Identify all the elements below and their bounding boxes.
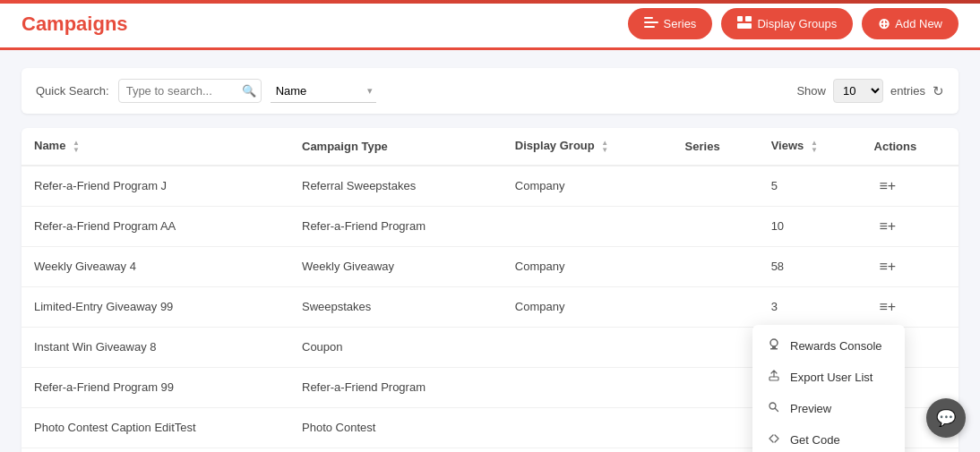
dropdown-item-label: Preview [790, 402, 831, 415]
series-button[interactable]: Series [628, 8, 713, 39]
cell-display-group [503, 206, 673, 246]
cell-name: Refer-a-Friend Program 99 [21, 367, 289, 407]
cell-actions: ≡+ [862, 246, 959, 286]
series-label: Series [664, 17, 697, 30]
cell-name: Refer-a-Friend Program AA [21, 206, 289, 246]
search-icon: 🔍 [242, 84, 256, 98]
dropdown-item-search[interactable]: Preview [752, 393, 905, 424]
actions-menu-button[interactable]: ≡+ [874, 257, 902, 277]
svg-rect-9 [769, 377, 778, 380]
cell-series [673, 246, 759, 286]
th-name[interactable]: Name ▲▼ [21, 128, 289, 166]
cell-series [673, 327, 759, 367]
entries-select[interactable]: 10 25 50 100 [833, 79, 883, 103]
cell-display-group: Company [503, 246, 673, 286]
table-row: Refer-a-Friend Program J Referral Sweeps… [21, 166, 959, 207]
cell-series [673, 367, 759, 407]
cell-name: Refer-a-Friend Program J [21, 166, 289, 207]
dropdown-item-label: Rewards Console [790, 339, 882, 353]
cell-name: Instant Win Giveaway 8 [21, 327, 289, 367]
sort-arrows-name: ▲▼ [73, 140, 80, 154]
cell-campaign-type: Refer-a-Friend Program [289, 367, 503, 407]
top-bar: Campaigns Series Display Groups ⊕ Add Ne… [0, 0, 980, 50]
th-series-label: Series [685, 140, 720, 153]
series-icon [644, 16, 658, 31]
cell-views: 3 [759, 286, 862, 327]
campaigns-table-wrapper: Name ▲▼ Campaign Type Display Group ▲▼ S… [21, 128, 959, 452]
actions-menu-button[interactable]: ≡+ [874, 297, 902, 317]
th-views[interactable]: Views ▲▼ [759, 128, 862, 166]
add-new-icon: ⊕ [878, 15, 890, 32]
trophy-icon [767, 338, 781, 354]
show-label: Show [796, 84, 826, 98]
cell-campaign-type: Weekly Giveaway [289, 246, 503, 286]
top-actions: Series Display Groups ⊕ Add New [628, 8, 959, 39]
actions-menu-button[interactable]: ≡+ [874, 217, 902, 236]
cell-campaign-type: Referral Sweepstakes [289, 166, 503, 207]
th-campaign-type: Campaign Type [289, 128, 503, 166]
cell-series [673, 206, 759, 246]
sort-arrows-display-group: ▲▼ [601, 140, 608, 154]
cell-views: 5 [759, 166, 862, 207]
quick-search-label: Quick Search: [36, 84, 109, 98]
main-content: Quick Search: 🔍 Name Campaign Type Displ… [0, 50, 980, 452]
svg-rect-3 [737, 16, 743, 21]
cell-display-group [503, 327, 673, 367]
search-input-wrap: 🔍 [118, 79, 262, 103]
sort-arrows-views: ▲▼ [811, 140, 818, 154]
cell-campaign-type: Coupon [289, 327, 503, 367]
cell-views: 10 [759, 206, 862, 246]
actions-menu-button[interactable]: ≡+ [874, 176, 902, 196]
refresh-button[interactable]: ↻ [933, 83, 944, 99]
code-icon [767, 432, 781, 448]
cell-series [673, 407, 759, 448]
search-icon-button[interactable]: 🔍 [242, 84, 256, 98]
chat-icon: 💬 [936, 408, 956, 428]
svg-rect-2 [644, 26, 655, 28]
dropdown-item-label: Export User List [790, 371, 873, 384]
cell-actions: ≡+ [862, 206, 959, 246]
svg-rect-4 [745, 16, 752, 21]
cell-name: Limited-Entry Giveaway 99 [21, 286, 289, 327]
display-groups-icon [737, 16, 752, 31]
dropdown-item-code[interactable]: Get Code [752, 424, 905, 452]
show-wrap: Show 10 25 50 100 entries ↻ [796, 79, 944, 103]
actions-dropdown-menu: Rewards Console Export User List Preview… [752, 325, 905, 452]
add-new-label: Add New [895, 17, 942, 30]
dropdown-item-label: Get Code [790, 433, 840, 447]
th-name-label: Name [34, 139, 65, 152]
add-new-button[interactable]: ⊕ Add New [862, 8, 959, 39]
search-input[interactable] [118, 79, 262, 103]
cell-series [673, 286, 759, 327]
cell-views: 58 [759, 246, 862, 286]
svg-rect-5 [737, 23, 752, 29]
export-icon [767, 370, 781, 385]
cell-display-group [503, 448, 673, 452]
cell-name: Photo Contest Caption EditTest [21, 407, 289, 448]
svg-rect-1 [644, 21, 658, 23]
svg-rect-0 [644, 17, 653, 19]
svg-point-6 [770, 339, 778, 346]
th-display-group[interactable]: Display Group ▲▼ [503, 128, 673, 166]
dropdown-item-trophy[interactable]: Rewards Console [752, 330, 905, 362]
svg-point-10 [769, 403, 776, 409]
cell-display-group: Company [503, 166, 673, 207]
chat-bubble-button[interactable]: 💬 [926, 398, 966, 438]
filter-select[interactable]: Name Campaign Type Display Group Series [271, 80, 376, 103]
display-groups-button[interactable]: Display Groups [721, 8, 853, 39]
cell-campaign-type: Photo Contest [289, 448, 503, 452]
table-row: Limited-Entry Giveaway 99 Sweepstakes Co… [21, 286, 959, 327]
th-actions: Actions [862, 128, 959, 166]
th-views-label: Views [771, 139, 804, 152]
cell-actions: ≡+ [862, 286, 959, 327]
cell-display-group [503, 407, 673, 448]
refresh-icon: ↻ [933, 83, 944, 98]
table-row: Weekly Giveaway 4 Weekly Giveaway Compan… [21, 246, 959, 286]
cell-series [673, 166, 759, 207]
th-campaign-type-label: Campaign Type [302, 140, 388, 153]
cell-campaign-type: Photo Contest [289, 407, 503, 448]
dropdown-item-export[interactable]: Export User List [752, 362, 905, 393]
svg-rect-8 [770, 348, 778, 350]
page-title: Campaigns [21, 13, 128, 36]
svg-rect-7 [772, 346, 776, 348]
